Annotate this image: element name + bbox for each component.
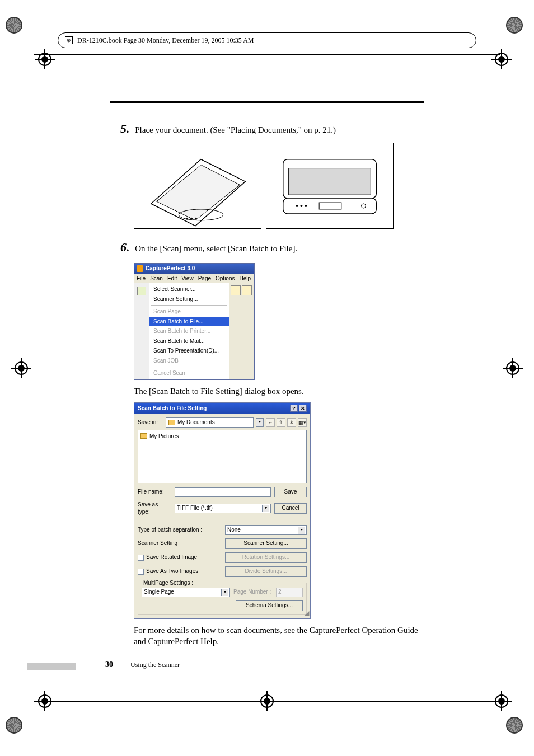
close-button-icon[interactable]: ✕ [299,405,307,412]
registration-mark-icon [491,691,512,711]
menu-item-scan-batch-to-mail[interactable]: Scan Batch to Mail... [149,336,229,346]
multipage-fieldset: MultiPage Settings : Single Page ▾ Page … [138,583,307,615]
menu-item-cancel-scan: Cancel Scan [149,368,229,378]
savetype-label: Save as type: [138,501,171,516]
dropdown-icon[interactable]: ▾ [221,589,228,596]
app-title: CapturePerfect 3.0 [146,265,195,273]
dropdown-icon[interactable]: ▾ [256,418,264,427]
app-logo-icon [137,265,143,272]
caption-text: The [Scan Batch to File Setting] dialog … [134,386,425,397]
scan-batch-to-file-dialog: Scan Batch to File Setting ? ✕ Save in: … [134,402,311,619]
savein-label: Save in: [138,419,163,426]
menu-item-scan-job: Scan JOB [149,356,229,366]
toolbar-icon[interactable] [242,285,252,295]
page-number-field: 2 [276,588,303,597]
svg-rect-7 [289,168,371,195]
schema-settings-button[interactable]: Schema Settings... [236,600,303,611]
step-text: On the [Scan] menu, select [Scan Batch t… [135,244,297,253]
filename-label: File name: [138,488,171,496]
help-button-icon[interactable]: ? [290,405,298,412]
save-button[interactable]: Save [274,487,307,497]
multipage-legend: MultiPage Settings : [142,579,195,587]
captureperfect-menu-screenshot: CapturePerfect 3.0 File Scan Edit View P… [134,263,255,380]
crop-mark-corner [506,17,528,39]
savein-combo[interactable]: My Documents [166,417,254,428]
crop-mark-corner [6,17,28,39]
menubar: File Scan Edit View Page Options Help [134,274,254,284]
menu-item-scan-batch-to-file[interactable]: Scan Batch to File... [149,317,229,327]
page-content: 5. Place your document. (See "Placing Do… [120,120,425,647]
dropdown-icon[interactable]: ▾ [298,527,305,534]
crop-rule [34,54,500,55]
menu-options[interactable]: Options [216,275,235,283]
scanner-illustration-closed [134,143,261,229]
section-title: Using the Scanner [130,661,180,669]
step-number: 6. [120,240,130,254]
new-folder-icon[interactable]: ✳ [287,418,296,427]
list-item[interactable]: My Pictures [140,433,304,440]
filename-input[interactable] [175,487,271,497]
back-icon[interactable]: ← [266,418,275,427]
menu-page[interactable]: Page [198,275,211,283]
dropdown-icon[interactable]: ▾ [262,505,269,512]
menu-file[interactable]: File [137,275,146,283]
scanner-setting-label: Scanner Setting [138,538,219,549]
registration-mark-icon [491,49,512,69]
savetype-value: TIFF File (*.tif) [177,504,213,512]
save-two-checkbox[interactable] [138,569,144,575]
toolbar-icon[interactable] [137,287,146,295]
crop-mark-corner [506,717,528,739]
multipage-combo[interactable]: Single Page ▾ [142,588,230,597]
save-two-label: Save As Two Images [146,567,198,575]
page-number: 30 [105,660,113,669]
cancel-button[interactable]: Cancel [274,503,307,514]
file-list[interactable]: My Pictures [138,430,307,483]
menu-item-select-scanner[interactable]: Select Scanner... [149,284,229,294]
toolbar [134,283,149,379]
page-header: ⊕ DR-1210C.book Page 30 Monday, December… [58,32,476,48]
registration-mark-icon [257,691,277,711]
svg-point-3 [186,218,188,220]
save-rotated-checkbox[interactable] [138,555,144,561]
view-menu-icon[interactable]: ▦▾ [298,418,307,427]
book-page-icon: ⊕ [65,36,73,44]
svg-point-5 [195,218,197,220]
figure-row [134,143,425,229]
resize-grip-icon[interactable]: ◢ [305,609,309,617]
page-number-label: Page Number : [233,588,273,596]
svg-point-9 [296,205,298,207]
folder-icon [168,420,175,425]
dialog-titlebar: Scan Batch to File Setting ? ✕ [134,403,310,414]
menu-item-scan-to-presentation[interactable]: Scan To Presentation(D)... [149,346,229,356]
step-5: 5. Place your document. (See "Placing Do… [120,120,425,137]
rotation-settings-button: Rotation Settings... [225,552,307,563]
scanner-illustration-open [266,143,394,229]
batch-sep-value: None [227,526,241,534]
svg-point-10 [300,205,302,207]
multipage-value: Single Page [144,588,174,596]
menu-item-scan-page: Scan Page [149,307,229,317]
savetype-combo[interactable]: TIFF File (*.tif) ▾ [175,504,271,513]
batch-sep-label: Type of batch separation : [138,525,219,535]
batch-sep-combo[interactable]: None ▾ [225,525,307,535]
save-rotated-label: Save Rotated Image [146,553,197,561]
step-text: Place your document. (See "Placing Docum… [135,125,336,134]
scanner-setting-button[interactable]: Scanner Setting... [225,538,307,549]
up-folder-icon[interactable]: ⇧ [277,418,285,427]
registration-mark-icon [11,358,31,378]
savein-value: My Documents [177,419,215,426]
menu-help[interactable]: Help [239,275,251,283]
menu-view[interactable]: View [181,275,194,283]
header-text: DR-1210C.book Page 30 Monday, December 1… [77,36,254,45]
toolbar-icon[interactable] [231,285,241,295]
menu-edit[interactable]: Edit [167,275,177,283]
step-6: 6. On the [Scan] menu, select [Scan Batc… [120,239,425,256]
list-item-label: My Pictures [149,433,179,440]
registration-mark-icon [503,358,523,378]
menu-scan[interactable]: Scan [150,275,163,283]
toolbar-right [229,283,254,379]
step-number: 5. [120,121,130,135]
menu-item-scanner-setting[interactable]: Scanner Setting... [149,294,229,304]
section-rule [110,101,424,103]
divide-settings-button: Divide Settings... [225,566,307,577]
